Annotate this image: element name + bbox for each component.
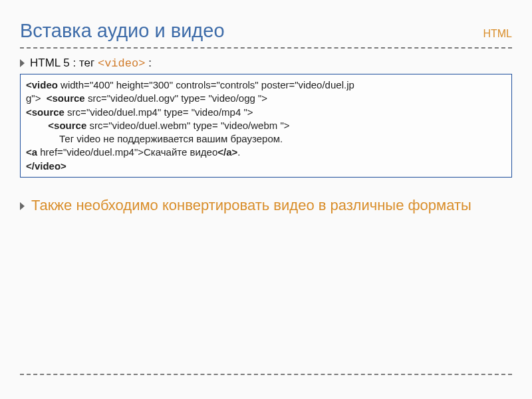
bullet1-prefix: HTML 5 : тег <box>30 57 98 69</box>
bullet-convert-note: Также необходимо конвертировать видео в … <box>20 196 512 215</box>
header: Вставка аудио и видео HTML <box>20 20 512 49</box>
tech-badge: HTML <box>483 28 512 40</box>
chevron-right-icon <box>20 59 25 67</box>
video-tag-label: <video> <box>98 57 145 70</box>
page-title: Вставка аудио и видео <box>20 20 225 42</box>
code-example: <video width="400" height="300" controls… <box>20 74 512 178</box>
bullet-html5-tag: HTML 5 : тег <video> : <box>20 57 512 70</box>
footer-divider <box>20 374 512 375</box>
bullet2-text: Также необходимо конвертировать видео в … <box>31 196 471 215</box>
bullet1-suffix: : <box>148 57 152 69</box>
chevron-right-icon <box>20 202 25 210</box>
